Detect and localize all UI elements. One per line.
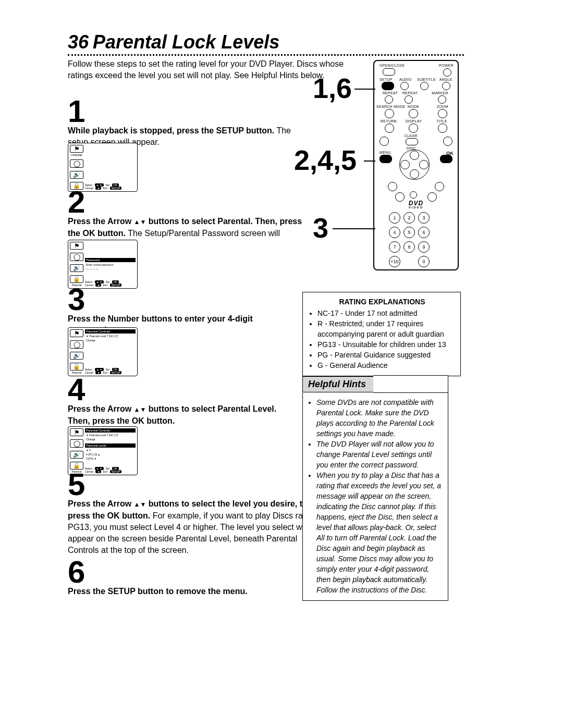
play-button <box>435 182 444 191</box>
arrow-up-icon <box>134 217 140 226</box>
figure-sidebar: Parental <box>70 242 83 287</box>
rating-item-r: R - Restricted; under 17 requires accomp… <box>317 318 455 339</box>
num-3: 3 <box>418 212 430 224</box>
label-title: TITLE <box>436 119 447 123</box>
mode-button <box>409 109 418 118</box>
repeat-button <box>385 95 393 104</box>
num-1: 1 <box>389 212 400 224</box>
page-heading: 36Parental Lock Levels <box>68 31 279 53</box>
helpful-hints-body: Some DVDs are not compatible with Parent… <box>302 393 448 601</box>
sidebar-label-language: Language <box>70 154 83 156</box>
setup-button <box>382 82 394 90</box>
label-setup: SETUP <box>380 78 393 81</box>
arrow-right-button <box>419 160 429 169</box>
subtitle-button <box>420 82 429 90</box>
manual-page: 36Parental Lock Levels Follow these step… <box>0 0 563 728</box>
hint-2: The DVD Player will not allow you to cha… <box>316 439 443 470</box>
label-menu: MENU <box>380 151 391 154</box>
num-plus10: +10 <box>389 256 400 267</box>
helpful-hints-header-tail <box>373 375 448 393</box>
step-2-bold-a: Press the Arrow <box>68 217 134 226</box>
open-close-button <box>383 68 395 76</box>
label-open-close: OPEN/CLOSE <box>380 64 405 67</box>
arrow-up-icon <box>134 499 140 508</box>
figure-3-parental-controls: Parental Parental Controls ▼ Parental Le… <box>68 327 138 376</box>
figure-footer: Select :▲ ▼ Set :OK Cancel :◄ Exit :SETU… <box>85 467 136 473</box>
callout-2-4-5: 2,4,5 <box>294 146 357 174</box>
step-4-text: Press the Arrow buttons to select Parent… <box>68 403 292 427</box>
num-8: 8 <box>403 241 415 253</box>
audio-button <box>400 82 409 90</box>
dvd-logo-sub: VIDEO <box>374 206 458 209</box>
hint-3: When you try to play a Disc that has a r… <box>316 470 443 595</box>
label-search-mode: SEARCH MODE <box>376 105 405 108</box>
helpful-hints-header: Helpful Hints <box>302 375 448 393</box>
figure-sidebar: Language <box>70 145 83 190</box>
label-display: DISPLAY <box>406 119 422 123</box>
marker-button <box>438 95 446 104</box>
rating-item-pg13: PG13 - Unsuitable for children under 13 <box>317 339 455 350</box>
figure-3-row1: ▼ Parental Level 7 [NC-17] <box>85 334 136 338</box>
rating-explanations-list: NC-17 - Under 17 not admitted R - Restri… <box>309 308 455 371</box>
num-9: 9 <box>418 241 430 253</box>
num-7: 7 <box>389 241 400 253</box>
speaker-icon <box>70 352 83 360</box>
arrow-down-icon <box>140 404 146 413</box>
num-4: 4 <box>389 227 400 238</box>
figure-2-password-screen: Parental Password Enter current password… <box>68 240 138 289</box>
flag-icon <box>70 428 83 436</box>
prev-button <box>380 137 389 146</box>
step-6-bold: Press the SETUP button to remove the men… <box>68 587 248 596</box>
callout-1-6-line <box>354 89 375 90</box>
stop-button <box>388 182 397 191</box>
arrow-down-icon <box>140 499 146 508</box>
speaker-icon <box>70 451 83 459</box>
page-number: 36 <box>68 31 89 53</box>
figure-2-row: Enter current password: <box>85 263 136 267</box>
next-button <box>443 137 452 146</box>
rating-explanations-box: RATING EXPLANATIONS NC-17 - Under 17 not… <box>302 292 461 376</box>
figure-footer: Select :▲ ▼ Set :OK Cancel :◄ Exit :SETU… <box>85 183 136 190</box>
disc-icon <box>70 159 83 167</box>
helpful-hints: Helpful Hints Some DVDs are not compatib… <box>302 375 448 601</box>
flag-icon <box>70 242 83 250</box>
speaker-icon <box>70 264 83 272</box>
num-2: 2 <box>403 212 415 224</box>
pause-button <box>410 191 417 199</box>
figure-footer: Select :▲ ▼ Set :OK Cancel :◄ Exit :SETU… <box>85 368 136 374</box>
helpful-hints-title: Helpful Hints <box>302 376 373 392</box>
figure-4-row2: Change <box>85 437 136 441</box>
arrow-up-button <box>410 151 419 160</box>
figure-4-row1: ▼ Parental Level 7 [NC-17] <box>85 433 136 437</box>
display-button <box>409 124 418 133</box>
disc-icon <box>70 439 83 447</box>
step-3-number: 3 <box>68 284 85 315</box>
callout-1-6: 1,6 <box>313 74 352 102</box>
helpful-hints-list: Some DVDs are not compatible with Parent… <box>309 397 443 595</box>
label-power: POWER <box>439 64 454 67</box>
label-return: RETURN <box>381 119 397 123</box>
label-audio: AUDIO <box>399 78 412 81</box>
return-button <box>385 124 394 133</box>
figure-4-banner: Parental Controls <box>85 428 136 433</box>
flag-icon <box>70 329 83 337</box>
figure-2-banner: Password <box>85 258 136 262</box>
figure-4-level-2: 3 [PG] ▼ <box>85 456 136 461</box>
title-button <box>438 124 447 133</box>
rating-explanations-title: RATING EXPLANATIONS <box>309 297 455 307</box>
figure-sidebar: Parental <box>70 329 83 374</box>
arrow-down-button <box>410 169 419 179</box>
speaker-icon <box>70 171 83 179</box>
step-5-text: Press the Arrow buttons to select the le… <box>68 498 318 556</box>
label-repeat-2: REPEAT <box>402 91 418 95</box>
remote-illustration: OPEN/CLOSE POWER SETUP AUDIO SUBTITLE AN… <box>373 60 459 270</box>
search-mode-button <box>385 109 394 118</box>
step-6-text: Press the SETUP button to remove the men… <box>68 586 308 597</box>
clear-button <box>406 138 418 145</box>
step-4-bold-a: Press the Arrow <box>68 404 134 413</box>
label-zoom: ZOOM <box>437 105 448 108</box>
step-5-number: 5 <box>68 469 85 500</box>
rating-item-pg: PG - Parental Guidance suggested <box>317 350 455 360</box>
arrow-up-icon <box>134 404 140 413</box>
step-4-number: 4 <box>68 374 85 405</box>
